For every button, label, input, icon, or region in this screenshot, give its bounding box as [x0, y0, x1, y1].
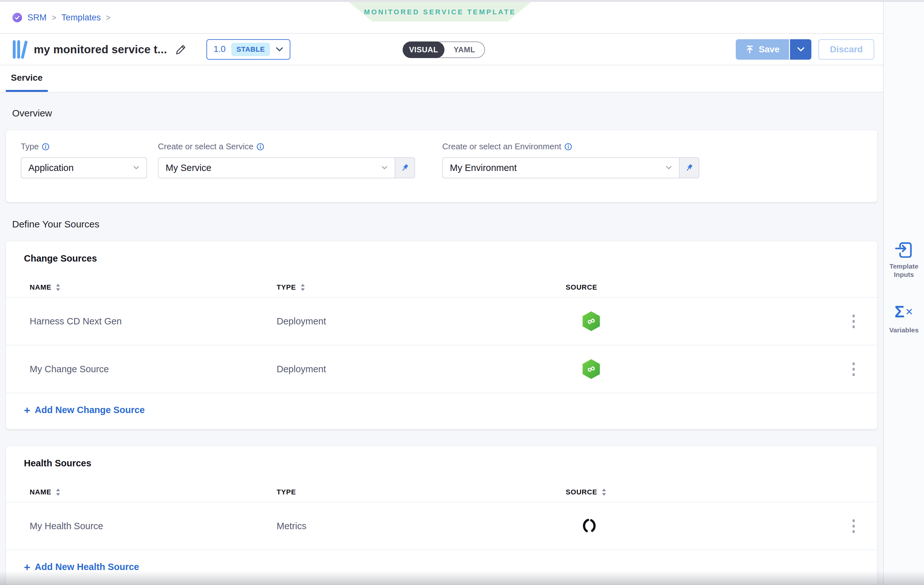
- pencil-icon: [175, 44, 186, 55]
- template-inputs-icon: [895, 239, 913, 258]
- environment-label: Create or select an Environment: [442, 142, 561, 152]
- change-sources-table-header: NAME TYPE SOURCE: [6, 278, 878, 298]
- visual-yaml-toggle[interactable]: VISUAL YAML: [403, 41, 485, 58]
- save-button[interactable]: Save: [736, 39, 789, 59]
- tab-bar: Service: [0, 65, 883, 92]
- service-pin-button[interactable]: [395, 157, 415, 178]
- template-inputs-label: Template Inputs: [884, 262, 924, 279]
- breadcrumb-link-templates[interactable]: Templates: [61, 13, 101, 23]
- upload-icon: [745, 45, 754, 54]
- column-header-source[interactable]: SOURCE: [566, 488, 830, 496]
- info-icon[interactable]: [42, 143, 50, 150]
- breadcrumb-separator: >: [52, 13, 56, 22]
- tab-service[interactable]: Service: [6, 65, 48, 92]
- table-row[interactable]: My Health Source Metrics: [6, 503, 878, 550]
- chevron-down-icon: [381, 166, 388, 170]
- save-split-button[interactable]: Save: [736, 39, 811, 59]
- column-header-name[interactable]: NAME: [30, 283, 277, 292]
- health-source-type: Metrics: [277, 521, 566, 531]
- row-options-menu-icon[interactable]: [849, 359, 858, 379]
- page-title: my monitored service t...: [34, 43, 167, 56]
- table-row[interactable]: Harness CD Next Gen Deployment ∞: [6, 298, 878, 346]
- change-sources-heading: Change Sources: [24, 253, 878, 264]
- discard-label: Discard: [830, 44, 863, 54]
- chevron-down-icon: [276, 47, 283, 52]
- add-new-health-source-button[interactable]: + Add New Health Source: [6, 550, 878, 584]
- appdynamics-icon: [582, 518, 597, 534]
- save-label: Save: [759, 44, 779, 54]
- column-header-source[interactable]: SOURCE: [566, 283, 830, 292]
- change-source-name: Harness CD Next Gen: [30, 316, 277, 326]
- health-sources-table-header: NAME TYPE SOURCE: [6, 483, 878, 503]
- version-stable-badge: STABLE: [231, 43, 270, 56]
- srm-module-icon: [12, 12, 22, 23]
- chevron-down-icon: [797, 46, 805, 52]
- chevron-down-icon: [133, 166, 139, 170]
- table-row[interactable]: My Change Source Deployment ∞: [6, 346, 878, 393]
- sort-icon[interactable]: [56, 488, 60, 496]
- add-new-change-source-button[interactable]: + Add New Change Source: [6, 393, 878, 429]
- environment-select[interactable]: My Environment: [442, 157, 679, 178]
- pin-icon: [400, 163, 410, 173]
- chevron-down-icon: [665, 166, 672, 170]
- type-label: Type: [21, 142, 39, 152]
- column-header-type[interactable]: TYPE: [277, 488, 566, 496]
- service-label: Create or select a Service: [158, 142, 253, 152]
- info-icon[interactable]: [257, 143, 264, 150]
- sort-icon[interactable]: [56, 283, 60, 291]
- overview-card: Type Application: [6, 130, 878, 202]
- toggle-yaml[interactable]: YAML: [444, 42, 484, 58]
- define-sources-heading: Define Your Sources: [12, 219, 883, 230]
- environment-pin-button[interactable]: [679, 157, 700, 178]
- type-select[interactable]: Application: [21, 157, 147, 178]
- column-header-name[interactable]: NAME: [30, 488, 277, 496]
- edit-title-button[interactable]: [175, 44, 186, 55]
- toggle-visual[interactable]: VISUAL: [403, 41, 444, 58]
- plus-icon: +: [24, 405, 30, 415]
- overview-heading: Overview: [12, 108, 883, 119]
- type-select-value: Application: [28, 163, 74, 173]
- change-source-type: Deployment: [277, 364, 566, 374]
- version-number: 1.0: [213, 44, 226, 54]
- sort-icon[interactable]: [300, 283, 305, 291]
- health-sources-heading: Health Sources: [24, 458, 878, 468]
- change-source-type: Deployment: [277, 316, 566, 326]
- variables-sigma-icon: Σ✕: [895, 303, 913, 321]
- column-header-type[interactable]: TYPE: [277, 283, 566, 292]
- row-options-menu-icon[interactable]: [849, 516, 858, 536]
- template-type-banner: MONITORED SERVICE TEMPLATE: [349, 2, 531, 22]
- health-source-name: My Health Source: [30, 521, 277, 531]
- title-bar: my monitored service t... 1.0 STABLE VIS…: [0, 34, 883, 65]
- sort-icon[interactable]: [602, 488, 606, 496]
- health-sources-card: Health Sources NAME TYPE SOURCE: [6, 446, 878, 584]
- discard-button[interactable]: Discard: [818, 39, 874, 59]
- right-rail: Template Inputs Σ✕ Variables: [883, 2, 924, 585]
- variables-label: Variables: [889, 326, 919, 334]
- main-area: SRM > Templates > MONITORED SERVICE TEMP…: [0, 2, 883, 585]
- harness-cd-icon: ∞: [582, 359, 600, 379]
- plus-icon: +: [24, 562, 30, 572]
- version-selector[interactable]: 1.0 STABLE: [206, 39, 290, 59]
- save-options-button[interactable]: [789, 39, 811, 59]
- template-library-icon: [12, 40, 28, 59]
- service-select[interactable]: My Service: [158, 157, 395, 178]
- variables-button[interactable]: Σ✕ Variables: [884, 303, 924, 334]
- breadcrumb-separator: >: [106, 13, 111, 22]
- change-source-name: My Change Source: [30, 364, 277, 374]
- change-sources-card: Change Sources NAME TYPE SOURCE: [6, 241, 878, 429]
- info-icon[interactable]: [564, 143, 572, 150]
- breadcrumb-link-srm[interactable]: SRM: [28, 13, 46, 23]
- environment-select-value: My Environment: [450, 163, 517, 173]
- service-select-value: My Service: [166, 163, 211, 173]
- template-inputs-button[interactable]: Template Inputs: [884, 239, 924, 279]
- harness-cd-icon: ∞: [582, 311, 600, 331]
- page-content: Overview Type Application: [0, 92, 883, 584]
- row-options-menu-icon[interactable]: [849, 311, 858, 331]
- pin-icon: [685, 163, 694, 173]
- template-type-banner-label: MONITORED SERVICE TEMPLATE: [364, 8, 516, 16]
